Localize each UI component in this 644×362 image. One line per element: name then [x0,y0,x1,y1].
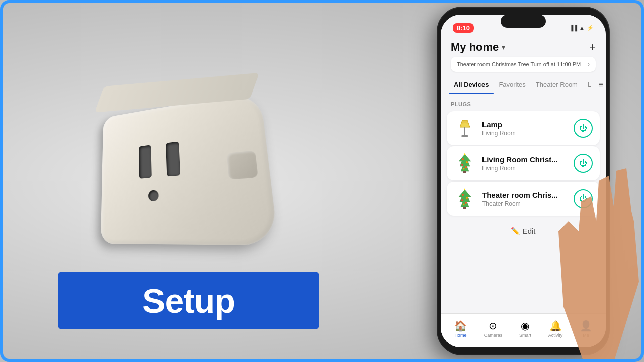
plug-slot-left [139,145,152,179]
theater-tree-name: Theater room Chris... [482,191,568,199]
activity-nav-icon: 🔔 [549,320,562,332]
theater-tree-room: Theater Room [482,200,568,207]
svg-point-18 [463,204,465,205]
status-time: 8:10 [453,23,474,33]
theater-tree-icon [454,188,476,210]
lamp-name: Lamp [482,120,568,129]
edit-row[interactable]: ✏️ Edit [441,217,606,246]
add-device-button[interactable]: + [589,41,596,54]
living-room-tree-power-button[interactable]: ⏻ [574,154,593,173]
lamp-room: Living Room [482,130,568,137]
nav-cameras[interactable]: ⊙ Cameras [484,320,503,338]
plug-button [227,150,258,179]
nav-smart[interactable]: ◉ Smart [519,320,531,338]
battery-icon: ⚡ [587,25,594,31]
tab-menu-icon[interactable]: ≡ [596,76,605,94]
setup-text: Setup [142,281,235,320]
svg-point-7 [466,161,468,163]
notification-text: Theater room Christmas Tree Turn off at … [457,61,581,67]
svg-point-15 [466,197,468,199]
setup-banner: Setup [58,272,319,329]
notification-chevron-icon: › [588,61,590,68]
svg-point-16 [461,199,463,201]
phone-wrapper: 8:10 ▐▐ ▲ ⚡ My home ▾ + Theater room [418,0,629,362]
svg-point-10 [463,168,465,170]
living-room-tree-info: Living Room Christ... Living Room [482,155,568,172]
smart-nav-icon: ◉ [521,320,529,332]
tab-all-devices[interactable]: All Devices [449,76,494,94]
home-nav-icon: 🏠 [454,320,467,332]
svg-point-8 [461,164,463,166]
nav-me[interactable]: 👤 Me [580,320,592,338]
living-room-tree-icon [454,152,476,174]
home-title-row: My home ▾ + [451,41,596,54]
device-living-room-tree[interactable]: Living Room Christ... Living Room ⏻ [447,146,600,180]
lamp-power-icon: ⏻ [579,124,587,133]
wifi-icon: ▲ [579,25,585,31]
svg-point-3 [461,123,469,127]
lamp-info: Lamp Living Room [482,120,568,137]
tab-bar: All Devices Favorites Theater Room L ≡ [441,76,606,94]
tree1-svg-icon [456,152,474,174]
living-room-tree-power-icon: ⏻ [579,159,587,168]
phone-screen: 8:10 ▐▐ ▲ ⚡ My home ▾ + Theater room [441,15,606,347]
cameras-nav-icon: ⊙ [489,320,497,332]
tree2-svg-icon [456,188,474,210]
cameras-nav-label: Cameras [484,333,503,338]
status-icons: ▐▐ ▲ ⚡ [570,25,594,31]
svg-point-9 [465,166,467,168]
theater-tree-power-icon: ⏻ [579,194,587,203]
svg-point-14 [462,194,464,196]
activity-nav-label: Activity [548,333,563,338]
edit-button[interactable]: ✏️ Edit [511,227,535,236]
svg-marker-12 [459,190,471,207]
signal-icon: ▐▐ [570,25,578,31]
plug-slot-right [166,141,180,176]
nav-activity[interactable]: 🔔 Activity [548,320,563,338]
nav-home[interactable]: 🏠 Home [454,320,467,338]
svg-marker-11 [464,153,466,155]
theater-tree-power-button[interactable]: ⏻ [574,189,593,208]
dynamic-island [501,15,546,28]
living-room-tree-name: Living Room Christ... [482,155,568,164]
tab-theater-room[interactable]: Theater Room [531,76,583,94]
phone-mockup: 8:10 ▐▐ ▲ ⚡ My home ▾ + Theater room [438,8,609,354]
theater-tree-info: Theater room Chris... Theater Room [482,191,568,207]
chevron-down-icon: ▾ [502,43,505,51]
tab-favorites[interactable]: Favorites [494,76,530,94]
living-room-tree-room: Living Room [482,165,568,172]
plugs-section-label: PLUGS [441,94,606,111]
svg-rect-2 [461,135,468,137]
svg-rect-5 [463,171,466,173]
me-nav-icon: 👤 [580,320,592,332]
plug-image [63,75,289,266]
app-header: My home ▾ + Theater room Christmas Tree … [441,37,606,76]
device-theater-tree[interactable]: Theater room Chris... Theater Room ⏻ [447,182,600,216]
lamp-icon [454,117,476,139]
home-title-text: My home [451,41,499,54]
tab-more[interactable]: L [583,76,596,94]
plug-body [101,90,279,246]
home-title[interactable]: My home ▾ [451,41,505,54]
bottom-nav: 🏠 Home ⊙ Cameras ◉ Smart 🔔 Activity 👤 [441,313,606,347]
plug-slot-ground [148,190,159,201]
smart-nav-label: Smart [519,333,531,338]
left-section: Setup [0,0,352,362]
device-lamp[interactable]: Lamp Living Room ⏻ [447,111,600,145]
svg-point-6 [462,158,464,160]
svg-rect-13 [463,207,466,209]
svg-marker-19 [464,188,466,190]
svg-rect-1 [464,127,465,135]
home-nav-label: Home [454,333,466,338]
app-content: PLUGS [441,94,606,347]
lamp-power-button[interactable]: ⏻ [574,119,593,138]
notification-bar[interactable]: Theater room Christmas Tree Turn off at … [451,57,596,72]
lamp-svg-icon [456,117,474,139]
svg-point-17 [465,202,467,204]
svg-marker-4 [459,154,471,171]
me-nav-label: Me [583,333,589,338]
